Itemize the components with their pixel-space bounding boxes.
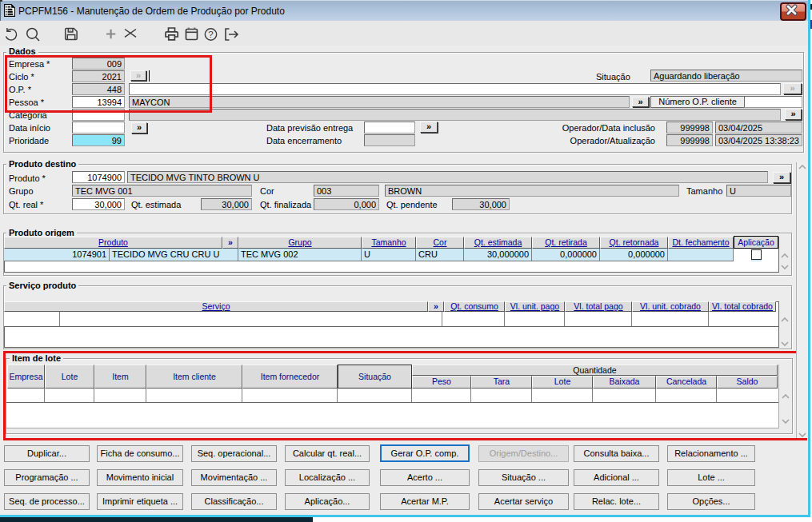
svg-text:?: ? (208, 30, 213, 39)
